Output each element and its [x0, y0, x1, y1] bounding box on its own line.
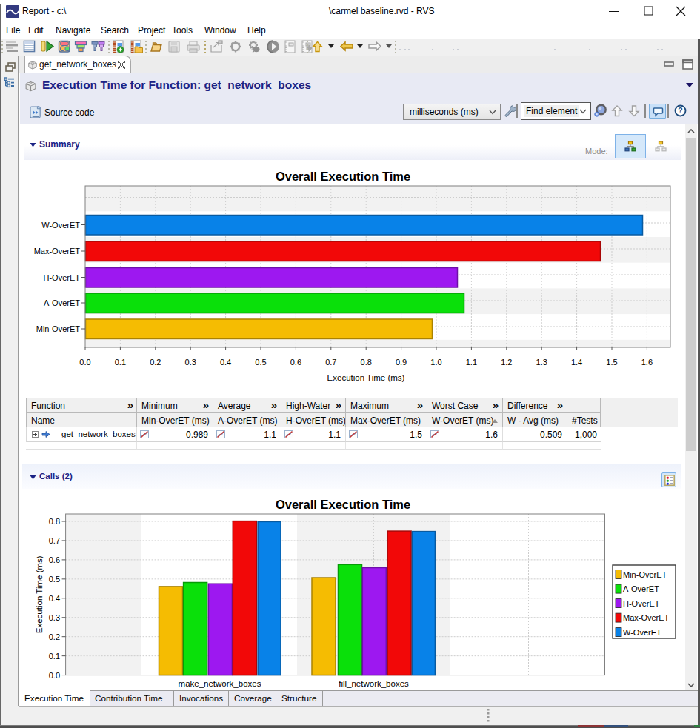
svg-text:A-OverET: A-OverET [623, 584, 659, 593]
svg-text:W-OverET: W-OverET [623, 628, 661, 637]
svg-text:0.6: 0.6 [290, 358, 301, 367]
svg-text:W-OverET: W-OverET [41, 221, 80, 230]
svg-text:0.1: 0.1 [115, 358, 126, 367]
svg-text:1.4: 1.4 [571, 358, 582, 367]
svg-text:0.0: 0.0 [49, 671, 60, 680]
svg-text:0.2: 0.2 [150, 358, 161, 367]
svg-text:0.6: 0.6 [49, 555, 60, 564]
svg-text:1.2: 1.2 [501, 358, 512, 367]
svg-text:A-OverET: A-OverET [44, 298, 80, 307]
svg-text:1.1: 1.1 [466, 358, 477, 367]
svg-text:0.5: 0.5 [49, 575, 60, 584]
svg-text:0.7: 0.7 [49, 536, 60, 545]
svg-text:?: ? [678, 106, 682, 115]
svg-text:0.7: 0.7 [325, 358, 336, 367]
svg-text:1.0: 1.0 [430, 358, 441, 367]
svg-text:make_network_boxes: make_network_boxes [179, 679, 261, 688]
svg-text:0.9: 0.9 [396, 358, 407, 367]
svg-text:0.5: 0.5 [255, 358, 266, 367]
svg-text:0.0: 0.0 [79, 358, 90, 367]
svg-text:0.3: 0.3 [49, 613, 60, 622]
svg-text:Execution Time (ms): Execution Time (ms) [35, 555, 44, 633]
svg-text:fill_network_boxes: fill_network_boxes [339, 679, 409, 688]
svg-text:1.5: 1.5 [606, 358, 617, 367]
svg-text:Max-OverET: Max-OverET [623, 613, 670, 622]
svg-text:0.8: 0.8 [49, 517, 60, 526]
svg-text:Overall Execution Time: Overall Execution Time [276, 498, 410, 511]
svg-text:Min-OverET: Min-OverET [36, 324, 81, 333]
svg-text:Min-OverET: Min-OverET [623, 570, 667, 579]
svg-text:0.1: 0.1 [49, 652, 60, 661]
svg-text:1.3: 1.3 [536, 358, 547, 367]
svg-text:0.3: 0.3 [185, 358, 196, 367]
svg-text:Execution Time (ms): Execution Time (ms) [327, 373, 405, 382]
svg-text:0.4: 0.4 [49, 594, 60, 603]
svg-text:0.4: 0.4 [220, 358, 231, 367]
svg-text:H-OverET: H-OverET [44, 273, 81, 282]
svg-text:0.2: 0.2 [49, 632, 60, 641]
svg-text:Overall Execution Time: Overall Execution Time [276, 170, 410, 183]
svg-text:Max-OverET: Max-OverET [34, 247, 81, 256]
svg-text:H-OverET: H-OverET [623, 599, 660, 608]
svg-text:1.6: 1.6 [641, 358, 653, 367]
svg-text:0.8: 0.8 [361, 358, 372, 367]
